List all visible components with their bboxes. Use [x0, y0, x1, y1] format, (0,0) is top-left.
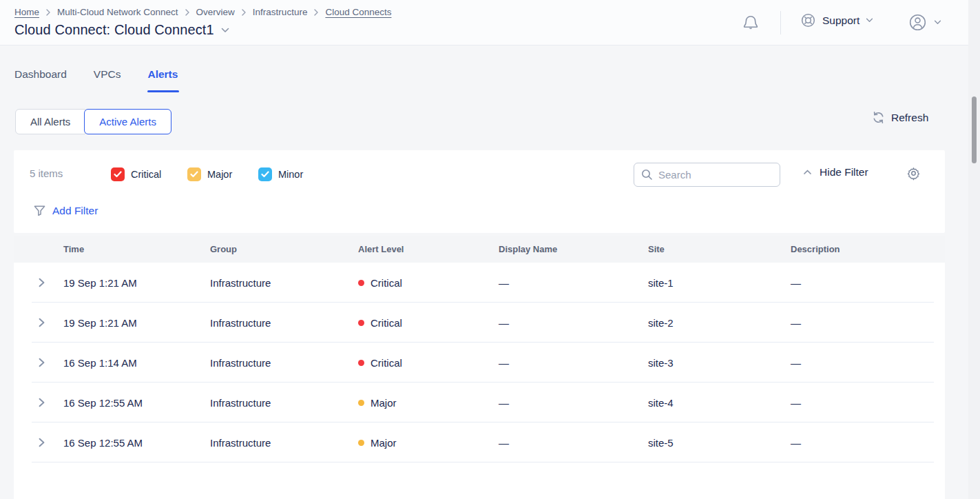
support-chevron-down-icon — [866, 18, 873, 23]
cell-description: — — [791, 397, 945, 409]
hide-filter-button[interactable]: Hide Filter — [803, 166, 868, 179]
tab-dashboard[interactable]: Dashboard — [14, 68, 67, 89]
cell-display-name: — — [499, 317, 648, 329]
alert-level-label: Critical — [371, 317, 402, 329]
add-filter-label: Add Filter — [52, 205, 98, 217]
support-menu[interactable]: Support — [800, 12, 873, 28]
funnel-icon — [33, 204, 46, 217]
alert-level-label: Major — [371, 397, 397, 409]
table-row[interactable]: 16 Sep 1:14 AM Infrastructure Critical —… — [14, 343, 945, 383]
table-row[interactable]: 19 Sep 1:21 AM Infrastructure Critical —… — [14, 263, 945, 303]
account-menu[interactable] — [908, 12, 941, 32]
expand-row-chevron-icon[interactable] — [37, 278, 47, 287]
minor-checkbox-icon — [258, 167, 272, 181]
cell-display-name: — — [499, 397, 648, 409]
add-filter-button[interactable]: Add Filter — [33, 204, 98, 217]
scrollbar-track[interactable] — [968, 0, 980, 499]
cell-description: — — [791, 277, 945, 289]
breadcrumb-mcnc[interactable]: Multi-Cloud Network Connect — [57, 7, 178, 17]
column-header-site: Site — [648, 244, 791, 254]
chevron-right-icon — [241, 9, 247, 16]
cell-description: — — [791, 437, 945, 449]
cell-time: 19 Sep 1:21 AM — [63, 317, 210, 329]
alerts-table: Time Group Alert Level Display Name Site… — [14, 236, 945, 499]
support-lifebuoy-icon — [800, 12, 816, 28]
cell-site: site-4 — [648, 397, 791, 409]
expand-row-chevron-icon[interactable] — [37, 438, 47, 447]
active-tab-underline — [147, 90, 179, 92]
all-alerts-button[interactable]: All Alerts — [15, 109, 85, 134]
cell-display-name: — — [499, 357, 648, 369]
alert-level-dot — [358, 280, 364, 286]
active-alerts-button[interactable]: Active Alerts — [84, 109, 171, 134]
column-header-time: Time — [63, 244, 210, 254]
expand-row-chevron-icon[interactable] — [37, 358, 47, 367]
chevron-right-icon — [185, 9, 190, 16]
cell-group: Infrastructure — [210, 437, 358, 449]
support-label: Support — [822, 14, 859, 27]
cell-site: site-2 — [648, 317, 791, 329]
table-row[interactable]: 16 Sep 12:55 AM Infrastructure Major — s… — [14, 383, 945, 422]
cell-site: site-3 — [648, 357, 791, 369]
tab-alerts-label: Alerts — [147, 68, 178, 80]
user-avatar-icon — [908, 12, 928, 32]
checkbox-minor[interactable]: Minor — [258, 167, 303, 181]
chevron-right-icon — [313, 9, 319, 16]
filter-panel: 5 items Critical Major Minor Hide Filter — [14, 150, 945, 233]
chevron-up-icon — [803, 170, 812, 175]
tab-bar: Dashboard VPCs Alerts — [14, 68, 178, 89]
scrollbar-thumb[interactable] — [972, 96, 977, 163]
alert-level-dot — [358, 320, 364, 326]
cell-group: Infrastructure — [210, 397, 358, 409]
tab-vpcs[interactable]: VPCs — [94, 68, 121, 89]
alert-level-dot — [358, 400, 364, 406]
table-row[interactable]: 16 Sep 12:55 AM Infrastructure Major — s… — [14, 422, 945, 462]
search-icon — [641, 169, 653, 181]
checkbox-major[interactable]: Major — [187, 167, 232, 181]
account-chevron-down-icon — [934, 20, 941, 25]
title-chevron-down-icon[interactable] — [221, 28, 229, 33]
alert-level-label: Critical — [371, 277, 402, 289]
search-box — [634, 163, 780, 187]
alert-level-label: Major — [371, 437, 397, 449]
breadcrumb-infrastructure[interactable]: Infrastructure — [253, 7, 308, 17]
checkbox-critical[interactable]: Critical — [111, 167, 161, 181]
cell-group: Infrastructure — [210, 317, 358, 329]
alert-level-dot — [358, 360, 364, 366]
items-count: 5 items — [30, 167, 63, 179]
refresh-button[interactable]: Refresh — [872, 111, 928, 124]
alert-level-label: Critical — [371, 357, 402, 369]
column-header-alert-level: Alert Level — [358, 244, 499, 254]
cell-group: Infrastructure — [210, 357, 358, 369]
column-header-display-name: Display Name — [499, 244, 648, 254]
cell-site: site-5 — [648, 437, 791, 449]
hide-filter-label: Hide Filter — [820, 166, 868, 179]
cell-alert-level: Major — [358, 437, 499, 449]
notifications-bell-icon[interactable] — [742, 14, 759, 32]
cell-time: 16 Sep 12:55 AM — [63, 437, 210, 449]
refresh-icon — [872, 111, 885, 124]
table-settings-gear-icon[interactable] — [906, 166, 921, 181]
breadcrumb-cloud-connects[interactable]: Cloud Connects — [325, 7, 391, 17]
table-row[interactable]: 19 Sep 1:21 AM Infrastructure Critical —… — [14, 303, 945, 343]
cell-alert-level: Critical — [358, 317, 499, 329]
breadcrumb: Home Multi-Cloud Network Connect Overvie… — [14, 7, 391, 17]
expand-row-chevron-icon[interactable] — [37, 318, 47, 327]
major-checkbox-icon — [187, 167, 201, 181]
cell-display-name: — — [499, 277, 648, 289]
page-title: Cloud Connect: Cloud Connect1 — [14, 22, 214, 38]
cell-description: — — [791, 357, 945, 369]
expand-row-chevron-icon[interactable] — [37, 398, 47, 407]
table-header-row: Time Group Alert Level Display Name Site… — [14, 236, 945, 263]
critical-checkbox-icon — [111, 167, 125, 181]
tab-alerts[interactable]: Alerts — [147, 68, 178, 89]
breadcrumb-overview[interactable]: Overview — [196, 7, 235, 17]
column-header-description: Description — [791, 244, 945, 254]
search-input[interactable] — [658, 169, 773, 181]
cell-group: Infrastructure — [210, 277, 358, 289]
cell-time: 16 Sep 1:14 AM — [63, 357, 210, 369]
checkbox-critical-label: Critical — [131, 169, 161, 180]
cell-time: 19 Sep 1:21 AM — [63, 277, 210, 289]
cell-alert-level: Major — [358, 397, 499, 409]
breadcrumb-home[interactable]: Home — [14, 7, 39, 17]
